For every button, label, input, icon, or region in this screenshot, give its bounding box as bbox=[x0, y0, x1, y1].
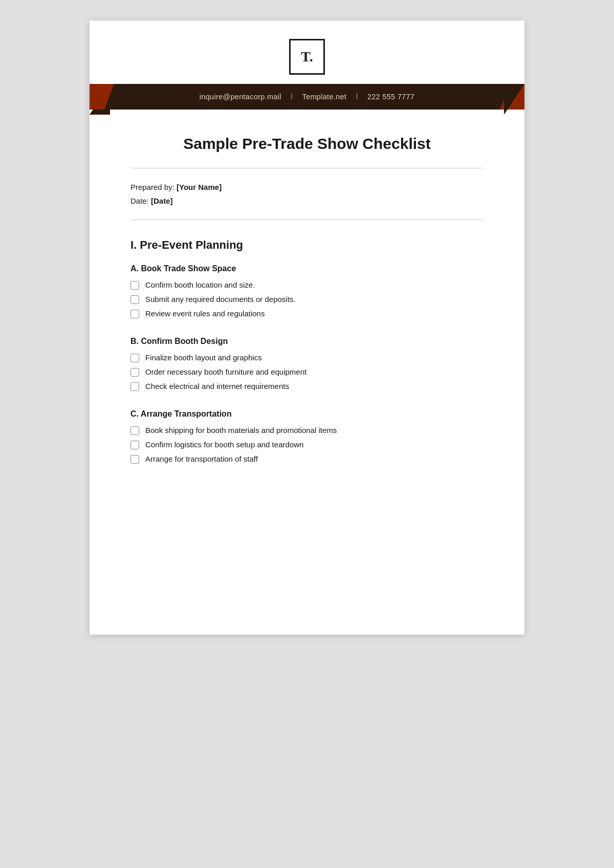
list-item: Check electrical and internet requiremen… bbox=[130, 382, 484, 391]
subsection-a-heading: A. Book Trade Show Space bbox=[130, 264, 484, 273]
checklist-item-text: Order necessary booth furniture and equi… bbox=[145, 367, 306, 376]
banner-email: inquire@pentacorp.mail bbox=[200, 93, 281, 101]
banner-content: inquire@pentacorp.mail I Template.net I … bbox=[200, 92, 414, 101]
checklist-item-text: Check electrical and internet requiremen… bbox=[145, 382, 289, 390]
banner-phone: 222 555 7777 bbox=[367, 93, 414, 101]
subsection-arrange-transportation: C. Arrange Transportation Book shipping … bbox=[130, 409, 484, 464]
meta-section: Prepared by: [Your Name] Date: [Date] bbox=[130, 183, 484, 205]
list-item: Confirm booth location and size. bbox=[130, 280, 484, 290]
banner-accent-right bbox=[500, 84, 524, 110]
date-line: Date: [Date] bbox=[130, 197, 484, 205]
section-1-heading: I. Pre-Event Planning bbox=[130, 238, 484, 252]
checklist-item-text: Book shipping for booth materials and pr… bbox=[145, 426, 337, 435]
checkbox[interactable] bbox=[130, 354, 139, 362]
banner: inquire@pentacorp.mail I Template.net I … bbox=[90, 84, 524, 110]
checklist-item-text: Confirm booth location and size. bbox=[145, 280, 255, 289]
list-item: Submit any required documents or deposit… bbox=[130, 295, 484, 304]
checklist-item-text: Confirm logistics for booth setup and te… bbox=[145, 440, 303, 449]
logo-text: T. bbox=[301, 49, 313, 65]
subsection-c-heading: C. Arrange Transportation bbox=[130, 409, 484, 419]
subsection-b-heading: B. Confirm Booth Design bbox=[130, 337, 484, 346]
banner-accent-left bbox=[90, 84, 114, 110]
top-divider bbox=[130, 168, 484, 168]
prepared-by-value: [Your Name] bbox=[177, 183, 222, 191]
checklist-item-text: Review event rules and regulations bbox=[145, 309, 265, 318]
banner-website: Template.net bbox=[302, 93, 347, 101]
subsection-confirm-booth-design: B. Confirm Booth Design Finalize booth l… bbox=[130, 337, 484, 391]
header: T. bbox=[90, 20, 524, 75]
list-item: Book shipping for booth materials and pr… bbox=[130, 426, 484, 435]
checkbox[interactable] bbox=[130, 368, 139, 377]
list-item: Arrange for transportation of staff bbox=[130, 454, 484, 464]
prepared-by-label: Prepared by: bbox=[130, 183, 174, 191]
subsection-c-checklist: Book shipping for booth materials and pr… bbox=[130, 426, 484, 464]
checkbox[interactable] bbox=[130, 441, 139, 449]
checklist-item-text: Finalize booth layout and graphics bbox=[145, 353, 262, 362]
banner-separator-1: I bbox=[291, 92, 293, 101]
list-item: Review event rules and regulations bbox=[130, 309, 484, 318]
subsection-book-trade-show-space: A. Book Trade Show Space Confirm booth l… bbox=[130, 264, 484, 318]
meta-divider bbox=[130, 220, 484, 220]
date-label: Date: bbox=[130, 197, 149, 205]
subsection-a-checklist: Confirm booth location and size. Submit … bbox=[130, 280, 484, 318]
checkbox[interactable] bbox=[130, 281, 139, 290]
checkbox[interactable] bbox=[130, 455, 139, 464]
banner-separator-2: I bbox=[356, 92, 358, 101]
checkbox[interactable] bbox=[130, 382, 139, 391]
date-value: [Date] bbox=[151, 197, 173, 205]
checkbox[interactable] bbox=[130, 426, 139, 435]
section-pre-event-planning: I. Pre-Event Planning A. Book Trade Show… bbox=[130, 238, 484, 464]
document-page: T. inquire@pentacorp.mail I Template.net… bbox=[90, 20, 524, 635]
checkbox[interactable] bbox=[130, 310, 139, 318]
subsection-b-checklist: Finalize booth layout and graphics Order… bbox=[130, 353, 484, 391]
prepared-by-line: Prepared by: [Your Name] bbox=[130, 183, 484, 191]
logo-box: T. bbox=[289, 39, 325, 75]
document-title: Sample Pre-Trade Show Checklist bbox=[130, 135, 484, 153]
checklist-item-text: Arrange for transportation of staff bbox=[145, 454, 258, 463]
list-item: Order necessary booth furniture and equi… bbox=[130, 367, 484, 377]
checklist-item-text: Submit any required documents or deposit… bbox=[145, 295, 296, 303]
main-content: Sample Pre-Trade Show Checklist Prepared… bbox=[90, 110, 524, 513]
list-item: Confirm logistics for booth setup and te… bbox=[130, 440, 484, 449]
list-item: Finalize booth layout and graphics bbox=[130, 353, 484, 362]
checkbox[interactable] bbox=[130, 295, 139, 304]
